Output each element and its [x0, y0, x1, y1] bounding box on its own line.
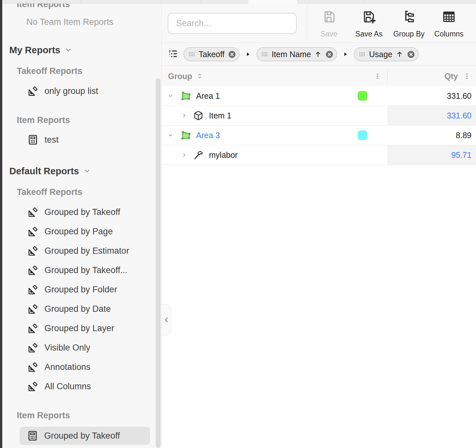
my-takeoff-reports-heading: Takeoff Reports — [17, 66, 83, 76]
default-reports-title: Default Reports — [9, 166, 79, 177]
group-chip-usage[interactable]: Usage — [354, 47, 418, 61]
sidebar-item-label: test — [45, 135, 59, 145]
sort-ascending-icon[interactable] — [314, 50, 322, 58]
takeoff-report-icon — [27, 381, 39, 392]
columns-icon — [441, 9, 456, 24]
qty-column-label: Qty — [444, 72, 458, 81]
takeoff-reports-window: Item Reports No Team Item Reports My Rep… — [0, 0, 476, 448]
remove-group-icon[interactable] — [325, 50, 334, 59]
report-main-panel: Save Save As Group By Columns — [161, 4, 476, 448]
group-chip-separator-icon — [245, 51, 251, 57]
sidebar-item-all-columns[interactable]: All Columns — [27, 379, 91, 393]
item-row-label: Item 1 — [209, 111, 231, 120]
group-chip-label: Takeoff — [199, 50, 224, 59]
qty-value-link[interactable]: 331.60 — [447, 106, 471, 125]
chevron-right-icon[interactable] — [181, 152, 187, 158]
takeoff-color-swatch[interactable] — [358, 91, 367, 101]
search-input[interactable] — [168, 13, 297, 34]
sidebar-item-only-group-list[interactable]: only group list — [27, 84, 98, 98]
default-item-reports-heading: Item Reports — [17, 410, 70, 421]
sort-toggle-icon[interactable] — [196, 72, 203, 80]
table-row-area-1[interactable]: Area 1 331.60 — [162, 86, 476, 106]
chevron-right-icon[interactable] — [181, 113, 187, 118]
labor-item-icon — [193, 149, 204, 160]
top-tab-strip — [2, 0, 476, 4]
group-chip-takeoff[interactable]: Takeoff — [183, 47, 240, 61]
group-hierarchy-icon[interactable] — [167, 49, 178, 60]
drag-grip-icon[interactable] — [189, 52, 195, 57]
takeoff-report-icon — [27, 303, 39, 315]
qty-column-header[interactable]: Qty — [444, 66, 471, 86]
sidebar-item-label: Grouped by Takeoff... — [45, 265, 127, 275]
my-reports-title: My Reports — [9, 45, 60, 56]
group-row-label-selected: Area 3 — [196, 131, 220, 140]
default-takeoff-reports-heading: Takeoff Reports — [17, 187, 83, 197]
group-row-label: Area 1 — [196, 91, 220, 101]
chevron-down-icon[interactable] — [168, 93, 174, 99]
sort-ascending-icon[interactable] — [396, 50, 403, 58]
sidebar-item-grouped-by-takeoff-ellipsis[interactable]: Grouped by Takeoff... — [27, 263, 127, 277]
table-row-mylabor[interactable]: mylabor 95.71 — [162, 145, 476, 165]
qty-value-link[interactable]: 95.71 — [451, 145, 471, 165]
table-row-area-3[interactable]: Area 3 8.89 — [162, 126, 476, 145]
save-as-button[interactable]: Save As — [351, 7, 387, 40]
sidebar-item-label: only group list — [45, 86, 98, 96]
group-by-icon — [402, 9, 416, 24]
drag-grip-icon[interactable] — [359, 52, 366, 57]
columns-button[interactable]: Columns — [431, 7, 467, 40]
qty-value: 331.60 — [447, 86, 471, 106]
columns-button-label: Columns — [434, 30, 464, 38]
column-divider[interactable] — [387, 69, 388, 83]
group-column-menu-icon[interactable] — [374, 72, 382, 80]
sidebar-item-grouped-by-folder[interactable]: Grouped by Folder — [27, 282, 117, 297]
table-row-item-1[interactable]: Item 1 331.60 — [162, 106, 476, 126]
takeoff-color-swatch[interactable] — [358, 130, 367, 140]
report-toolbar: Save Save As Group By Columns — [162, 4, 476, 43]
group-by-button[interactable]: Group By — [391, 7, 427, 40]
chevron-left-icon — [163, 316, 170, 324]
drag-grip-icon[interactable] — [262, 52, 268, 57]
no-team-item-reports-note: No Team Item Reports — [26, 17, 114, 27]
takeoff-report-icon — [27, 342, 39, 353]
table-header: Group Qty — [162, 66, 476, 87]
takeoff-report-icon — [27, 322, 39, 334]
takeoff-report-icon — [27, 85, 39, 97]
window-left-edge — [0, 0, 2, 448]
group-by-button-label: Group By — [393, 30, 424, 38]
sidebar-item-label: Grouped by Page — [45, 227, 113, 237]
sidebar-item-grouped-by-takeoff[interactable]: Grouped by Takeoff — [27, 205, 120, 219]
area-takeoff-icon — [180, 129, 192, 141]
sidebar-item-label: All Columns — [45, 382, 91, 392]
chevron-down-icon[interactable] — [168, 132, 174, 138]
takeoff-report-icon — [27, 206, 39, 218]
sidebar-item-grouped-by-takeoff-selected[interactable]: Grouped by Takeoff — [20, 427, 150, 445]
reports-sidebar: Item Reports No Team Item Reports My Rep… — [2, 4, 161, 448]
remove-group-icon[interactable] — [228, 50, 236, 59]
group-chip-separator-icon — [342, 51, 349, 57]
sidebar-item-label: Grouped by Takeoff — [44, 431, 120, 441]
sidebar-item-grouped-by-date[interactable]: Grouped by Date — [27, 302, 111, 316]
sidebar-item-grouped-by-estimator[interactable]: Grouped by Estimator — [27, 244, 129, 258]
sidebar-item-visible-only[interactable]: Visible Only — [27, 341, 90, 355]
group-chip-label: Item Name — [272, 50, 311, 59]
default-reports-section-header[interactable]: Default Reports — [9, 165, 91, 177]
chevron-down-icon — [65, 46, 72, 54]
group-column-header[interactable]: Group — [168, 66, 203, 86]
sidebar-item-annotations[interactable]: Annotations — [27, 360, 91, 374]
sidebar-item-label: Grouped by Layer — [45, 323, 114, 333]
item-report-icon — [27, 134, 39, 146]
sidebar-item-grouped-by-page[interactable]: Grouped by Page — [27, 224, 113, 239]
group-chip-label: Usage — [369, 50, 392, 59]
sidebar-item-label: Grouped by Folder — [45, 285, 117, 295]
remove-group-icon[interactable] — [407, 50, 415, 59]
chevron-down-icon — [84, 168, 91, 175]
save-button[interactable]: Save — [311, 7, 347, 40]
qty-column-menu-icon[interactable] — [463, 72, 471, 80]
group-chip-item-name[interactable]: Item Name — [256, 47, 337, 61]
my-reports-section-header[interactable]: My Reports — [9, 44, 72, 56]
sidebar-scrollbar-thumb[interactable] — [156, 78, 161, 448]
takeoff-report-icon — [27, 264, 39, 276]
sidebar-collapse-handle[interactable] — [162, 304, 171, 335]
sidebar-item-grouped-by-layer[interactable]: Grouped by Layer — [27, 321, 114, 335]
sidebar-item-test[interactable]: test — [27, 133, 59, 147]
